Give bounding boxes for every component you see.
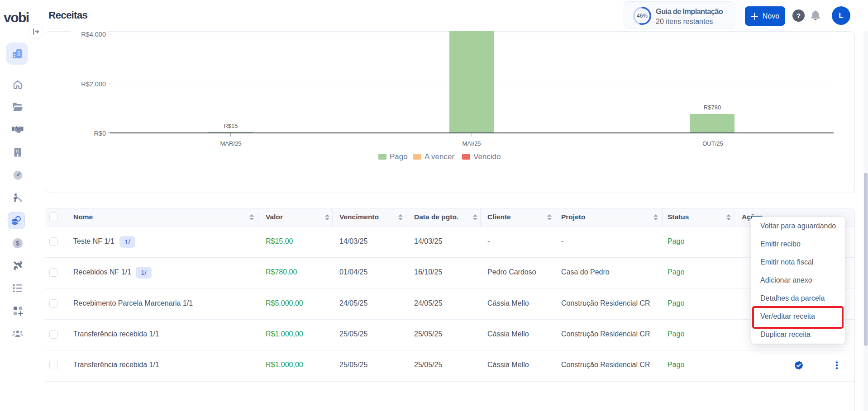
svg-text:$: $ [16, 240, 19, 247]
